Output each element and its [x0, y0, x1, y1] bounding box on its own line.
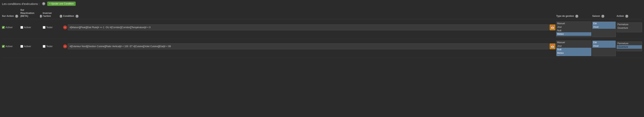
remove-condition-button-1[interactable]: − [63, 25, 67, 29]
cell-inverser-action-1: Tester [43, 21, 62, 33]
cell-condition-2: − 📅 [63, 40, 556, 52]
cell-sur-action-2: Activer [2, 40, 20, 52]
saison-listbox-2[interactable]: Eté Hiver [592, 40, 616, 56]
table-row: Activer Activer Tester − [2, 39, 642, 58]
add-condition-button[interactable]: + Ajouter une Condition [47, 1, 76, 6]
col-header-saison: Saison ? [592, 15, 616, 18]
condition-input-wrap-2: − 📅 [63, 43, 556, 49]
cell-type-gestion-2: Manuel Jour Nuit Meteo Absent Azimut [556, 40, 592, 56]
type-gestion-listbox-1[interactable]: Manuel Jour Nuit Meteo [556, 21, 592, 37]
saison-listbox-1[interactable]: Eté Hiver [592, 21, 616, 37]
col-header-type-gestion: Type de gestion ? [556, 15, 592, 18]
header-row: Les conditions d'exécutions : ? + Ajoute… [2, 1, 642, 6]
condition-input-wrap-1: − 📅 [63, 24, 556, 30]
cell-condition-1: − 📅 [63, 21, 556, 33]
header-help-icon[interactable]: ? [42, 2, 45, 5]
sur-action-checkbox-label-2[interactable]: Activer [2, 45, 13, 48]
page-wrapper: Les conditions d'exécutions : ? + Ajoute… [0, 0, 644, 59]
cell-type-gestion-1: Manuel Jour Nuit Meteo [556, 21, 592, 37]
col-help-saison[interactable]: ? [601, 15, 604, 18]
table-row: Activer Activer Tester − [2, 20, 642, 39]
cell-sur-action-1: Activer [2, 21, 20, 33]
col-help-sur-action[interactable]: ? [15, 15, 18, 18]
col-header-action: Action ? [616, 15, 642, 18]
cell-action-2: Fermeture Ouverture [616, 40, 642, 52]
calendar-button-1[interactable]: 📅 [550, 24, 556, 30]
calendar-button-2[interactable]: 📅 [550, 43, 556, 49]
sur-reactivation-checkbox-label-1[interactable]: Activer [20, 26, 31, 29]
action-listbox-2[interactable]: Fermeture Ouverture [616, 41, 642, 51]
inverser-checkbox-2[interactable] [43, 45, 46, 48]
cell-action-1: Fermeture Ouverture [616, 21, 642, 33]
action-listbox-1[interactable]: Fermeture Ouverture [616, 22, 642, 32]
sur-action-checkbox-label-1[interactable]: Activer [2, 26, 13, 29]
col-headers: Sur Action ? Sur Réactivation (BETA) ? I… [2, 8, 642, 19]
col-header-inverser-action: Inverser l'action ? [43, 12, 62, 18]
sur-reactivation-checkbox-1[interactable] [20, 26, 23, 29]
col-help-action[interactable]: ? [625, 15, 628, 18]
inverser-checkbox-label-2[interactable]: Tester [43, 45, 53, 48]
col-header-sur-reactivation: Sur Réactivation (BETA) ? [20, 9, 42, 18]
col-header-sur-action: Sur Action ? [2, 15, 20, 18]
col-header-condition: Condition ? [63, 15, 556, 18]
sur-reactivation-checkbox-2[interactable] [20, 45, 23, 48]
sur-action-checkbox-1[interactable] [2, 26, 5, 29]
sur-reactivation-checkbox-label-2[interactable]: Activer [20, 45, 31, 48]
type-gestion-listbox-2[interactable]: Manuel Jour Nuit Meteo Absent Azimut [556, 40, 592, 56]
col-help-condition[interactable]: ? [76, 15, 78, 18]
cell-sur-reactivation-1: Activer [20, 21, 42, 33]
col-help-inverser-action[interactable]: ? [60, 15, 62, 18]
conditions-table: Sur Action ? Sur Réactivation (BETA) ? I… [2, 8, 642, 58]
inverser-checkbox-1[interactable] [43, 26, 46, 29]
remove-condition-button-2[interactable]: − [63, 44, 67, 48]
condition-text-input-2[interactable] [68, 43, 549, 49]
cell-saison-1: Eté Hiver [592, 21, 616, 37]
sur-action-checkbox-2[interactable] [2, 45, 5, 48]
cell-saison-2: Eté Hiver [592, 40, 616, 56]
col-help-type-gestion[interactable]: ? [575, 15, 578, 18]
col-help-sur-reactivation[interactable]: ? [40, 15, 42, 18]
inverser-checkbox-label-1[interactable]: Tester [43, 26, 53, 29]
page-title: Les conditions d'exécutions : [2, 2, 40, 5]
condition-text-input-1[interactable] [68, 24, 549, 30]
cell-sur-reactivation-2: Activer [20, 40, 42, 52]
cell-inverser-action-2: Tester [43, 40, 62, 52]
